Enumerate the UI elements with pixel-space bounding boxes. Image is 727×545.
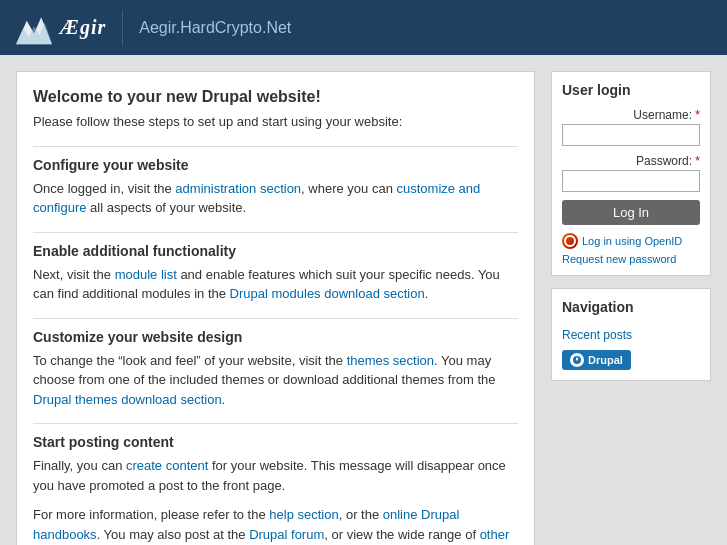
password-required-star: * (695, 154, 700, 168)
request-new-password-link[interactable]: Request new password (562, 253, 700, 265)
sidebar: User login Username: * Password: * Log I… (551, 71, 711, 545)
administration-section-link[interactable]: administration section (175, 181, 301, 196)
navigation-list: Recent posts (562, 325, 700, 344)
navigation-title: Navigation (562, 299, 700, 315)
navigation-block: Navigation Recent posts Drupal (551, 288, 711, 381)
drupal-badge[interactable]: Drupal (562, 350, 631, 370)
site-logo-text: Ægir (60, 16, 106, 39)
drupal-forum-link[interactable]: Drupal forum (249, 527, 324, 542)
nav-item-recent-posts: Recent posts (562, 325, 700, 344)
user-login-block: User login Username: * Password: * Log I… (551, 71, 711, 276)
configure-text: Once logged in, visit the administration… (33, 179, 518, 218)
drupal-modules-download-link[interactable]: Drupal modules download section (230, 286, 425, 301)
password-field-group: Password: * (562, 154, 700, 192)
online-handbooks-link[interactable]: online Drupal handbooks (33, 507, 459, 542)
openid-link[interactable]: Log in using OpenID (562, 233, 700, 249)
logo-icon (16, 10, 52, 46)
help-section-link[interactable]: help section (269, 507, 338, 522)
logo-area: Ægir (16, 10, 123, 46)
additional-text: Next, visit the module list and enable f… (33, 265, 518, 304)
username-input[interactable] (562, 124, 700, 146)
customize-text: To change the “look and feel” of your we… (33, 351, 518, 410)
drupal-themes-download-link[interactable]: Drupal themes download section (33, 392, 222, 407)
drupal-badge-icon (570, 353, 584, 367)
main-content-panel: Welcome to your new Drupal website! Plea… (16, 71, 535, 545)
user-login-title: User login (562, 82, 700, 98)
page-title: Welcome to your new Drupal website! (33, 88, 518, 106)
section-heading-customize: Customize your website design (33, 318, 518, 345)
recent-posts-link[interactable]: Recent posts (562, 328, 632, 342)
header: Ægir Aegir.HardCrypto.Net (0, 0, 727, 55)
openid-icon (562, 233, 578, 249)
username-field-group: Username: * (562, 108, 700, 146)
create-content-link[interactable]: create content (126, 458, 208, 473)
password-label: Password: * (562, 154, 700, 168)
module-list-link[interactable]: module list (115, 267, 177, 282)
themes-section-link[interactable]: themes section (347, 353, 434, 368)
login-button[interactable]: Log In (562, 200, 700, 225)
posting-text-1: Finally, you can create content for your… (33, 456, 518, 495)
section-heading-posting: Start posting content (33, 423, 518, 450)
posting-text-2: For more information, please refer to th… (33, 505, 518, 545)
username-label: Username: * (562, 108, 700, 122)
section-heading-additional: Enable additional functionality (33, 232, 518, 259)
section-heading-configure: Configure your website (33, 146, 518, 173)
welcome-subtitle: Please follow these steps to set up and … (33, 112, 518, 132)
username-required-star: * (695, 108, 700, 122)
site-name: Aegir.HardCrypto.Net (123, 19, 291, 37)
password-input[interactable] (562, 170, 700, 192)
drupal-badge-text: Drupal (588, 354, 623, 366)
openid-link-text: Log in using OpenID (582, 235, 682, 247)
svg-marker-1 (16, 22, 52, 44)
